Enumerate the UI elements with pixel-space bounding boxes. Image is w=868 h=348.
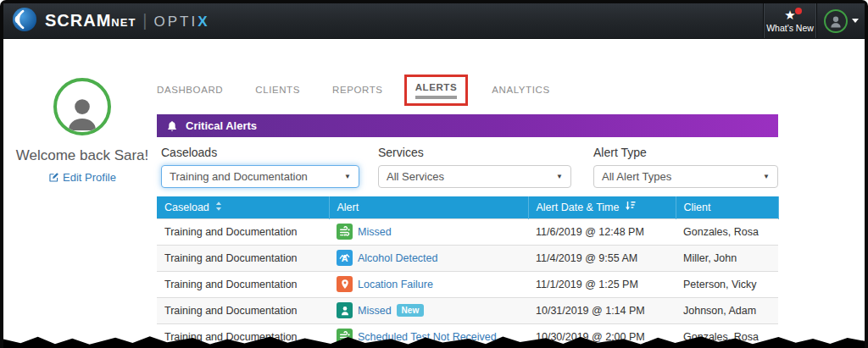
table-row[interactable]: Training and Documentation A Alcohol Det…: [157, 245, 778, 271]
screenshot-frame: SCRAMNET|OPTIX ★ What's New: [0, 0, 868, 348]
chevron-down-icon: [852, 19, 859, 23]
alert-cell: A Alcohol Detected: [329, 245, 528, 271]
select-caret-icon: ▼: [556, 173, 563, 180]
table-row[interactable]: Training and Documentation Location Fail…: [157, 271, 778, 297]
tab-clients[interactable]: CLIENTS: [255, 85, 300, 95]
panel-title: Critical Alerts: [186, 119, 257, 132]
filter-label: Services: [378, 146, 571, 159]
column-header[interactable]: Alert Date & Time: [528, 196, 676, 218]
client-cell: Gonzales, Rosa: [676, 218, 778, 245]
breath-test-icon: [337, 224, 353, 240]
profile-avatar: [53, 78, 111, 135]
location-pin-icon: [337, 276, 353, 292]
filter-selected-value: All Services: [387, 170, 444, 183]
filter-select-services[interactable]: All Services ▼: [378, 165, 571, 188]
welcome-panel: Welcome back Sara! Edit Profile: [15, 78, 149, 186]
header-avatar: [824, 9, 848, 33]
filter-group: Caseloads Training and Documentation ▼: [161, 146, 359, 188]
datetime-cell: 11/6/2019 @ 12:48 PM: [528, 218, 676, 245]
tab-alerts[interactable]: ALERTS: [415, 82, 458, 92]
caseload-cell: Training and Documentation: [157, 218, 329, 245]
whats-new-star-icon: ★: [784, 9, 795, 22]
notification-dot: [795, 8, 802, 14]
filter-selected-value: Training and Documentation: [170, 170, 308, 183]
edit-profile-link[interactable]: Edit Profile: [48, 171, 116, 184]
table-row[interactable]: Training and Documentation Missed New 10…: [157, 297, 778, 323]
alcohol-detected-icon: A: [337, 250, 353, 266]
sort-both-icon: [215, 202, 222, 213]
column-header-label: Alert Date & Time: [537, 202, 620, 213]
critical-alerts-header: Critical Alerts: [157, 114, 778, 137]
datetime-cell: 10/31/2019 @ 1:14 PM: [528, 297, 676, 323]
brand-x: X: [198, 14, 207, 30]
caseload-cell: Training and Documentation: [157, 271, 329, 297]
datetime-cell: 11/1/2019 @ 1:25 PM: [528, 271, 676, 297]
tab-dashboard[interactable]: DASHBOARD: [157, 85, 223, 95]
new-badge: New: [397, 304, 425, 317]
edit-icon: [48, 172, 59, 183]
caseload-cell: Training and Documentation: [157, 245, 329, 271]
alerts-table: Caseload Alert Alert Date & Time Client …: [157, 196, 779, 348]
table-row[interactable]: Training and Documentation Missed 11/6/2…: [157, 218, 778, 245]
select-caret-icon: ▼: [344, 173, 351, 180]
edit-profile-label: Edit Profile: [63, 171, 116, 184]
alert-link[interactable]: Alcohol Detected: [358, 252, 438, 264]
client-cell: Miller, John: [676, 245, 778, 271]
person-icon: [337, 302, 353, 318]
brand-opti: OPTI: [154, 14, 198, 30]
filter-select-caseloads[interactable]: Training and Documentation ▼: [161, 165, 359, 188]
top-header: SCRAMNET|OPTIX ★ What's New: [3, 3, 865, 39]
column-header[interactable]: Alert: [329, 196, 528, 218]
brand-wordmark: SCRAMNET|OPTIX: [45, 11, 208, 30]
alert-cell: Missed New: [329, 297, 528, 323]
client-cell: Johnson, Adam: [676, 297, 778, 323]
alert-link[interactable]: Missed: [358, 305, 392, 317]
caseload-cell: Training and Documentation: [157, 297, 329, 323]
filter-group: Services All Services ▼: [378, 146, 571, 188]
column-header-label: Caseload: [164, 202, 209, 213]
column-header[interactable]: Client: [676, 196, 778, 218]
alert-link[interactable]: Missed: [358, 226, 392, 238]
alerts-tab-annotation: ALERTS: [404, 75, 469, 106]
tab-analytics[interactable]: ANALYTICS: [492, 85, 549, 95]
filter-group: Alert Type All Alert Types ▼: [593, 146, 778, 188]
scramnet-logo-icon: [12, 7, 37, 36]
nav-tabs: DASHBOARD CLIENTS REPORTS ALERTS ANALYTI…: [157, 75, 778, 105]
alerts-table-body: Training and Documentation Missed 11/6/2…: [157, 218, 778, 348]
sort-desc-icon: [625, 201, 636, 213]
filter-selected-value: All Alert Types: [602, 170, 671, 183]
tab-reports[interactable]: REPORTS: [332, 85, 383, 95]
whats-new-button[interactable]: ★ What's New: [763, 3, 817, 38]
person-icon: [63, 93, 102, 132]
brand-logo[interactable]: SCRAMNET|OPTIX: [3, 3, 763, 38]
filter-label: Alert Type: [593, 146, 778, 159]
profile-menu-button[interactable]: [817, 3, 865, 38]
alert-cell: Missed: [329, 218, 528, 245]
person-icon: [828, 14, 843, 29]
whats-new-label: What's New: [766, 23, 814, 33]
main-content: DASHBOARD CLIENTS REPORTS ALERTS ANALYTI…: [157, 75, 778, 348]
datetime-cell: 11/4/2019 @ 9:55 AM: [528, 245, 676, 271]
brand-scram: SCRAM: [45, 11, 111, 30]
column-header[interactable]: Caseload: [157, 196, 329, 218]
alert-link[interactable]: Location Failure: [358, 279, 433, 290]
active-tab-underline: [415, 96, 458, 99]
filter-label: Caseloads: [161, 146, 359, 159]
alert-filters: Caseloads Training and Documentation ▼ S…: [157, 137, 778, 196]
filter-select-alert-type[interactable]: All Alert Types ▼: [593, 165, 778, 188]
bell-icon: [166, 120, 178, 132]
app-window: SCRAMNET|OPTIX ★ What's New: [3, 3, 865, 348]
brand-net: NET: [111, 16, 136, 29]
brand-separator: |: [142, 11, 147, 30]
select-caret-icon: ▼: [763, 173, 770, 180]
alert-cell: Location Failure: [329, 271, 528, 297]
welcome-message: Welcome back Sara!: [15, 147, 149, 164]
alerts-table-header-row: Caseload Alert Alert Date & Time Client: [157, 196, 778, 218]
column-header-label: Alert: [337, 202, 359, 213]
client-cell: Peterson, Vicky: [676, 271, 778, 297]
column-header-label: Client: [684, 202, 711, 213]
